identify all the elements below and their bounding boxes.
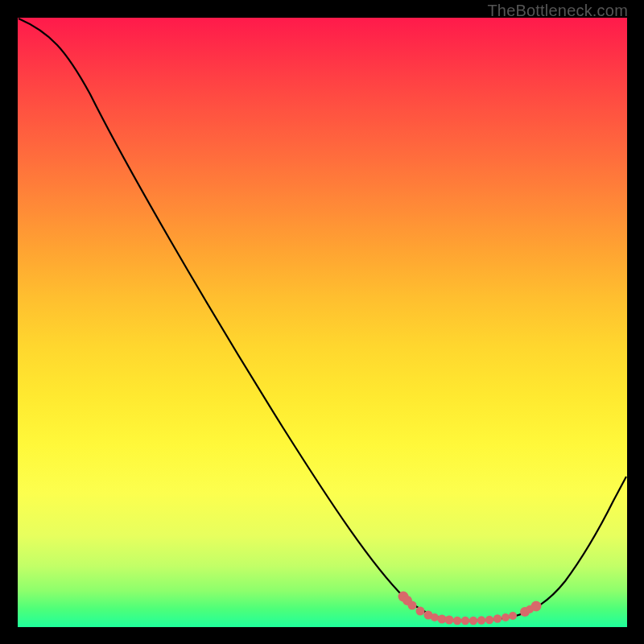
chart-container: TheBottleneck.com <box>0 0 644 644</box>
bottleneck-curve <box>19 19 626 621</box>
svg-point-13 <box>493 614 502 622</box>
plot-area <box>18 18 627 627</box>
svg-point-3 <box>416 607 425 616</box>
svg-point-9 <box>461 617 469 625</box>
svg-point-10 <box>469 617 477 625</box>
svg-point-15 <box>509 612 517 620</box>
curve-svg <box>18 18 627 627</box>
valley-markers <box>398 592 542 625</box>
svg-point-7 <box>445 616 454 625</box>
watermark-text: TheBottleneck.com <box>487 2 628 20</box>
svg-point-18 <box>531 601 542 612</box>
svg-point-14 <box>502 613 510 621</box>
svg-point-2 <box>408 601 417 610</box>
svg-point-5 <box>431 613 439 621</box>
svg-point-12 <box>485 616 493 624</box>
svg-point-11 <box>477 616 485 624</box>
svg-point-8 <box>453 617 461 625</box>
